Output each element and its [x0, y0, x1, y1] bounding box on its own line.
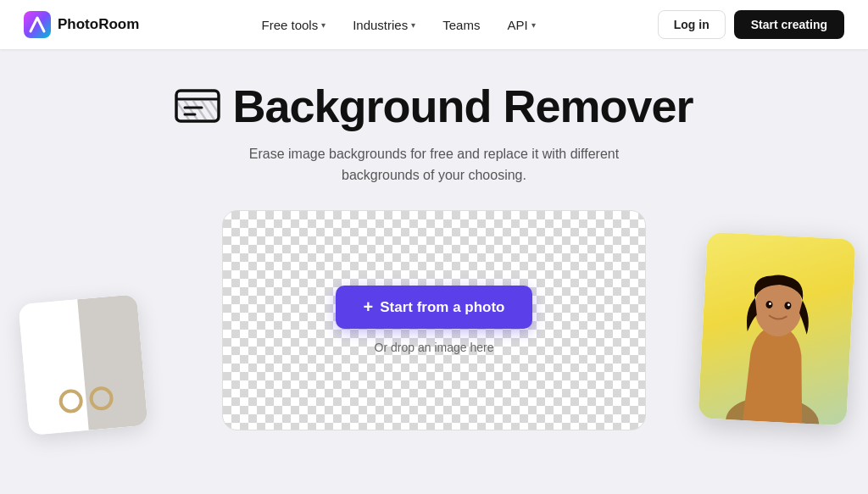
deco-woman-bg — [698, 231, 855, 425]
chevron-down-icon: ▾ — [411, 20, 415, 30]
earring-left — [58, 388, 84, 414]
drop-hint: Or drop an image here — [375, 341, 494, 354]
chevron-down-icon: ▾ — [321, 20, 326, 30]
navbar-actions: Log in Start creating — [658, 10, 844, 39]
hero-title: Background Remover — [232, 80, 693, 132]
chevron-down-icon: ▾ — [531, 20, 536, 30]
nav-free-tools[interactable]: Free tools ▾ — [249, 13, 337, 37]
brand-name: PhotoRoom — [58, 16, 139, 33]
navbar-nav: Free tools ▾ Industries ▾ Teams API ▾ — [249, 13, 547, 37]
upload-container: + Start from a photo Or drop an image he… — [222, 210, 646, 430]
nav-api[interactable]: API ▾ — [495, 13, 547, 37]
deco-earrings-card — [19, 294, 148, 436]
plus-icon: + — [363, 297, 373, 317]
svg-rect-0 — [24, 11, 51, 38]
deco-woman-card — [698, 231, 855, 425]
navbar-brand: PhotoRoom — [24, 11, 139, 38]
background-remover-icon — [175, 86, 220, 126]
upload-drop-zone[interactable]: + Start from a photo Or drop an image he… — [222, 210, 646, 430]
earrings-decoration — [58, 386, 114, 414]
hero-section: Background Remover Erase image backgroun… — [0, 49, 868, 430]
person-silhouette-icon — [717, 258, 836, 425]
earring-right — [88, 386, 114, 411]
nav-industries[interactable]: Industries ▾ — [341, 13, 427, 37]
start-creating-button[interactable]: Start creating — [734, 10, 844, 39]
hero-title-container: Background Remover — [175, 80, 693, 132]
upload-wrapper: + Start from a photo Or drop an image he… — [0, 210, 868, 430]
photoroom-logo-icon — [24, 11, 51, 38]
nav-teams[interactable]: Teams — [431, 13, 492, 37]
navbar: PhotoRoom Free tools ▾ Industries ▾ Team… — [0, 0, 868, 49]
hero-subtitle: Erase image backgrounds for free and rep… — [222, 144, 646, 186]
start-from-photo-button[interactable]: + Start from a photo — [336, 286, 531, 329]
login-button[interactable]: Log in — [658, 10, 726, 39]
